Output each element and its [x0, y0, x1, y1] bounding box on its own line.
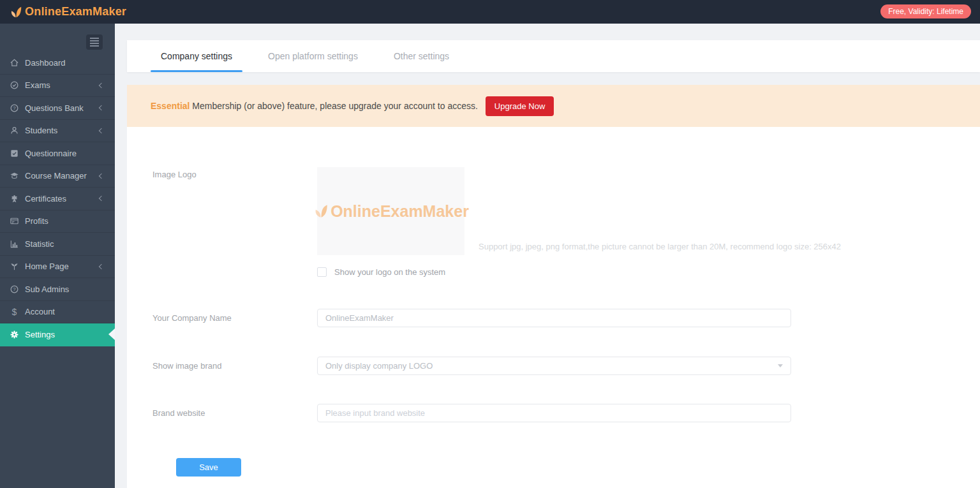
svg-text:?: ? — [13, 105, 16, 111]
company-name-input[interactable] — [317, 309, 791, 327]
logo-preview-text: OnlineExamMaker — [330, 202, 469, 221]
active-item-arrow — [108, 329, 115, 340]
question-circle-icon: ? — [9, 284, 20, 294]
sidebar: Dashboard Exams ? Questions Bank Student… — [0, 24, 115, 488]
company-name-label: Your Company Name — [152, 313, 317, 323]
show-logo-checkbox[interactable] — [317, 267, 327, 277]
sidebar-item-certificates[interactable]: Certificates — [0, 188, 115, 211]
leaf-icon — [9, 262, 20, 272]
upgrade-banner: Essential Membership (or above) feature,… — [127, 85, 980, 127]
logo-preview: OnlineExamMaker — [313, 202, 469, 221]
brand-name: OnlineExamMaker — [25, 5, 126, 18]
sidebar-item-account[interactable]: $ Account — [0, 301, 115, 324]
home-icon — [9, 57, 20, 68]
chevron-left-icon — [99, 83, 104, 88]
check-circle-icon — [9, 80, 20, 91]
company-settings-form: Image Logo OnlineExamMaker Support jpg, … — [127, 127, 980, 488]
logo-upload-area[interactable]: OnlineExamMaker — [317, 167, 464, 255]
sidebar-item-home-page[interactable]: Home Page — [0, 256, 115, 279]
settings-tabs: Company settings Open platform settings … — [127, 40, 980, 72]
banner-highlight: Essential — [151, 101, 189, 111]
save-button[interactable]: Save — [176, 458, 241, 477]
sidebar-item-questions-bank[interactable]: ? Questions Bank — [0, 97, 115, 120]
show-logo-checkbox-label: Show your logo on the system — [334, 267, 445, 277]
sidebar-collapse-zone — [0, 24, 115, 52]
image-logo-label: Image Logo — [152, 167, 317, 179]
checkbox-icon — [9, 148, 20, 158]
sidebar-item-settings[interactable]: Settings — [0, 323, 115, 346]
tab-company-settings[interactable]: Company settings — [151, 40, 242, 72]
user-icon — [9, 126, 20, 136]
chevron-left-icon — [99, 128, 104, 133]
gear-icon — [9, 329, 20, 339]
top-header: OnlineExamMaker Free, Validity: Lifetime — [0, 0, 980, 24]
chevron-left-icon — [99, 174, 104, 179]
sidebar-item-statistic[interactable]: Statistic — [0, 233, 115, 256]
sidebar-item-sub-admins[interactable]: ? Sub Admins — [0, 278, 115, 301]
brand-leaf-icon — [9, 5, 23, 19]
sidebar-item-course-manager[interactable]: Course Manager — [0, 165, 115, 188]
tab-other-settings[interactable]: Other settings — [383, 40, 459, 72]
chevron-left-icon — [99, 105, 104, 110]
collapse-menu-button[interactable] — [86, 34, 103, 50]
sidebar-item-questionnaire[interactable]: Questionnaire — [0, 142, 115, 165]
chevron-left-icon — [99, 196, 104, 201]
sidebar-item-profits[interactable]: Profits — [0, 211, 115, 233]
brand-logo: OnlineExamMaker — [9, 5, 126, 19]
banner-message: Membership (or above) feature, please up… — [189, 101, 477, 111]
brand-website-input[interactable] — [317, 404, 791, 422]
chevron-down-icon — [778, 364, 783, 367]
chevron-left-icon — [99, 264, 104, 269]
dollar-icon: $ — [9, 307, 20, 317]
banner-text: Essential Membership (or above) feature,… — [151, 101, 478, 111]
bar-chart-icon — [9, 239, 20, 249]
brand-leaf-icon — [313, 203, 329, 219]
brand-website-label: Brand website — [152, 408, 317, 418]
upgrade-now-button[interactable]: Upgrade Now — [486, 96, 554, 116]
tab-open-platform-settings[interactable]: Open platform settings — [258, 40, 368, 72]
main-content: Company settings Open platform settings … — [115, 24, 980, 488]
sidebar-item-students[interactable]: Students — [0, 120, 115, 143]
image-brand-label: Show image brand — [152, 361, 317, 371]
sidebar-item-dashboard[interactable]: Dashboard — [0, 52, 115, 75]
medal-icon — [9, 193, 20, 203]
svg-text:?: ? — [13, 286, 16, 292]
billing-card-icon — [9, 216, 20, 226]
image-brand-selected-value: Only display company LOGO — [325, 361, 433, 371]
image-brand-select[interactable]: Only display company LOGO — [317, 357, 791, 375]
license-badge[interactable]: Free, Validity: Lifetime — [880, 4, 971, 18]
question-circle-icon: ? — [9, 103, 20, 113]
sidebar-item-exams[interactable]: Exams — [0, 75, 115, 98]
logo-support-text: Support jpg, jpeg, png format,the pictur… — [479, 242, 841, 251]
graduation-cap-icon — [9, 171, 20, 181]
